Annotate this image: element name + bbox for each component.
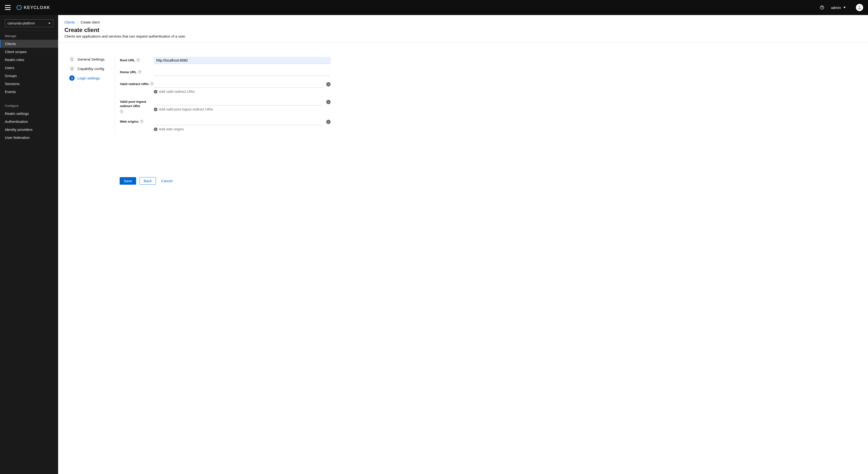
sidebar-item-authentication[interactable]: Authentication: [0, 118, 58, 125]
sidebar-item-realm-settings[interactable]: Realm settings: [0, 110, 58, 118]
wizard-step-capability-config[interactable]: 2Capability config: [64, 64, 115, 73]
back-button[interactable]: Back: [140, 177, 156, 185]
sidebar-item-users[interactable]: Users: [0, 64, 58, 72]
save-button[interactable]: Save: [120, 177, 136, 185]
sidebar-item-user-federation[interactable]: User federation: [0, 134, 58, 142]
step-number: 3: [69, 76, 74, 81]
help-icon[interactable]: [820, 5, 824, 10]
main-content: Clients › Create client Create client Cl…: [58, 15, 868, 474]
sidebar-section-manage: Manage: [0, 31, 58, 40]
help-icon[interactable]: ?: [136, 58, 140, 62]
sidebar-item-events[interactable]: Events: [0, 88, 58, 96]
breadcrumb-current: Create client: [81, 20, 100, 24]
remove-web-origin-button[interactable]: –: [326, 120, 331, 124]
sidebar: camunda-platform Manage ClientsClient sc…: [0, 15, 58, 474]
svg-point-3: [822, 8, 822, 9]
user-menu[interactable]: admin: [831, 6, 846, 10]
add-post-logout-button[interactable]: + Add valid post logout redirect URIs: [154, 107, 331, 111]
realm-selector[interactable]: camunda-platform: [5, 20, 53, 27]
brand: KEYCLOAK: [16, 4, 50, 11]
chevron-right-icon: ›: [77, 21, 78, 24]
sidebar-item-identity-providers[interactable]: Identity providers: [0, 125, 58, 134]
step-number: 1: [69, 56, 74, 62]
add-redirect-button[interactable]: + Add valid redirect URIs: [154, 90, 331, 93]
sidebar-section-configure: Configure: [0, 100, 58, 110]
help-icon[interactable]: ?: [120, 110, 123, 113]
wizard-form: Root URL ? Home URL ?: [115, 55, 333, 134]
post-logout-input[interactable]: [154, 98, 323, 106]
user-label: admin: [831, 6, 841, 10]
step-number: 2: [69, 66, 74, 71]
chevron-down-icon: [843, 7, 846, 8]
post-logout-label: Valid post logout redirect URIs: [120, 99, 154, 108]
user-icon: [857, 5, 862, 10]
add-post-logout-label: Add valid post logout redirect URIs: [159, 107, 213, 111]
wizard-footer: Save Back Cancel: [64, 172, 862, 192]
page-title: Create client: [64, 27, 862, 33]
cancel-button[interactable]: Cancel: [159, 177, 177, 184]
step-label: Login settings: [78, 76, 100, 80]
brand-text: KEYCLOAK: [24, 5, 50, 10]
plus-icon: +: [154, 127, 157, 131]
add-web-origin-button[interactable]: + Add web origins: [154, 127, 331, 131]
help-icon[interactable]: ?: [140, 120, 144, 123]
root-url-input[interactable]: [154, 57, 331, 64]
web-origins-label: Web origins: [120, 119, 138, 124]
keycloak-logo-icon: [16, 4, 22, 11]
avatar[interactable]: [856, 4, 863, 11]
sidebar-item-client-scopes[interactable]: Client scopes: [0, 48, 58, 56]
plus-icon: +: [154, 90, 157, 93]
breadcrumb-root-link[interactable]: Clients: [64, 20, 75, 24]
topbar: KEYCLOAK admin: [0, 0, 868, 15]
help-icon[interactable]: ?: [150, 82, 154, 86]
sidebar-item-realm-roles[interactable]: Realm roles: [0, 56, 58, 64]
chevron-down-icon: [48, 23, 51, 24]
valid-redirect-label: Valid redirect URIs: [120, 82, 149, 86]
sidebar-item-groups[interactable]: Groups: [0, 72, 58, 80]
sidebar-item-sessions[interactable]: Sessions: [0, 80, 58, 88]
help-icon[interactable]: ?: [138, 70, 142, 74]
add-web-origin-label: Add web origins: [159, 127, 184, 131]
plus-icon: +: [154, 108, 157, 111]
wizard-steps: 1General Settings2Capability config3Logi…: [64, 55, 115, 134]
step-label: General Settings: [78, 57, 104, 61]
breadcrumb: Clients › Create client: [64, 20, 862, 24]
wizard-step-general-settings[interactable]: 1General Settings: [64, 55, 115, 64]
menu-toggle-button[interactable]: [5, 5, 11, 10]
valid-redirect-input[interactable]: [154, 81, 323, 88]
add-redirect-label: Add valid redirect URIs: [159, 90, 195, 93]
root-url-label: Root URL: [120, 58, 135, 62]
wizard-step-login-settings[interactable]: 3Login settings: [64, 73, 115, 83]
svg-point-4: [859, 6, 861, 7]
home-url-label: Home URL: [120, 70, 136, 75]
remove-post-logout-button[interactable]: –: [326, 100, 331, 104]
sidebar-item-clients[interactable]: Clients: [0, 40, 58, 48]
step-label: Capability config: [78, 67, 104, 71]
realm-selected-label: camunda-platform: [7, 21, 35, 25]
page-description: Clients are applications and services th…: [64, 34, 862, 38]
web-origins-input[interactable]: [154, 118, 323, 125]
remove-redirect-button[interactable]: –: [326, 82, 331, 87]
home-url-input[interactable]: [154, 69, 331, 76]
